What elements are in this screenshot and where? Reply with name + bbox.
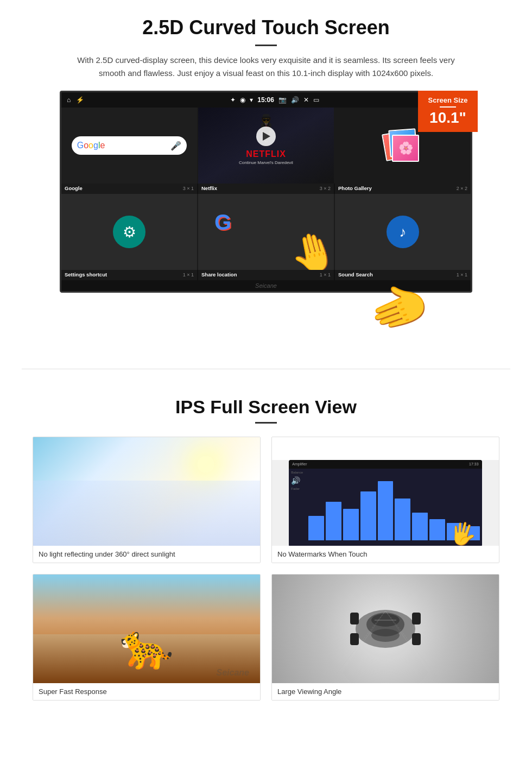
location-icon: ◉ — [240, 96, 245, 104]
cheetah-icon: 🐆 — [119, 621, 174, 672]
google-search-bar[interactable]: Google 🎤 — [72, 136, 187, 155]
car-caption: Large Viewing Angle — [272, 683, 499, 700]
screen-size-badge: Screen Size 10.1" — [418, 91, 478, 132]
photo-size: 2 × 2 — [457, 186, 467, 191]
play-triangle-icon — [263, 132, 270, 141]
cheetah-visual: 🐆 Seicane — [33, 575, 260, 683]
eq-bar-1 — [308, 516, 324, 540]
amp-status-bar: Amplifier 17:33 — [289, 460, 482, 469]
amplifier-visual: Amplifier 17:33 Balance 🔊 Fader — [272, 460, 499, 546]
home-icon: ⌂ — [67, 96, 71, 104]
cheetah-image: 🐆 Seicane — [33, 575, 260, 683]
netflix-content: NETFLIX Continue Marvel's Daredevil — [239, 127, 293, 165]
sunlight-visual — [33, 437, 260, 546]
wifi-icon: ▾ — [250, 96, 253, 104]
section-divider-hr — [22, 369, 510, 369]
share-size: 1 × 1 — [320, 272, 331, 277]
title-divider — [255, 45, 277, 46]
status-center-icons: ✦ ◉ ▾ 15:06 📷 🔊 ✕ ▭ — [230, 96, 319, 104]
image-grid: No light reflecting under 360° direct su… — [33, 437, 499, 701]
amp-title: Amplifier — [292, 462, 307, 466]
close-icon: ✕ — [303, 96, 309, 104]
section-ips: IPS Full Screen View No light reflecting… — [0, 386, 532, 717]
google-app-name: Google — [65, 185, 83, 191]
usb-icon: ⚡ — [76, 96, 84, 104]
amp-screen: Amplifier 17:33 Balance 🔊 Fader — [289, 460, 482, 546]
netflix-label: Netflix 3 × 2 — [198, 184, 334, 194]
music-note-icon: ♪ — [400, 224, 407, 241]
netflix-app-cell[interactable]: 🕴 NETFLIX Continue Marvel's Daredevil — [198, 108, 334, 184]
eq-bar-3 — [343, 509, 359, 540]
eq-bar-2 — [326, 502, 341, 540]
maps-app-cell[interactable]: G 🤚 — [198, 194, 334, 270]
volume-icon: 🔊 — [291, 96, 299, 104]
maps-g-icon: G — [214, 210, 231, 234]
seicane-watermark: Seicane — [217, 668, 249, 678]
amplifier-card: Amplifier 17:33 Balance 🔊 Fader — [271, 437, 499, 563]
sound-app-name: Sound Search — [338, 272, 373, 277]
app-labels-row2: Settings shortcut 1 × 1 Share location 1… — [61, 270, 471, 280]
camera-icon: 📷 — [278, 96, 287, 104]
settings-app-cell[interactable]: ⚙ — [61, 194, 197, 270]
android-screen: ⌂ ⚡ ✦ ◉ ▾ 15:06 📷 🔊 ✕ ▭ — [60, 91, 472, 293]
section2-divider — [255, 422, 277, 424]
netflix-app-name: Netflix — [201, 185, 217, 191]
eq-bar-6 — [395, 499, 410, 540]
settings-label: Settings shortcut 1 × 1 — [61, 270, 197, 280]
cheetah-caption: Super Fast Response — [33, 683, 260, 700]
badge-size: 10.1" — [429, 109, 466, 126]
hand-touch-icon: 🤚 — [284, 225, 334, 270]
app-grid-row2: ⚙ G 🤚 ♪ — [61, 194, 471, 270]
google-label: Google 3 × 1 — [61, 184, 197, 194]
settings-icon-circle: ⚙ — [113, 216, 145, 248]
car-visual — [272, 575, 499, 683]
screen-mockup-wrapper: Screen Size 10.1" ⌂ ⚡ ✦ ◉ ▾ 15:06 📷 🔊 ✕ — [60, 91, 472, 293]
amp-hand-icon: 🖐 — [447, 519, 478, 546]
settings-gear-icon: ⚙ — [123, 223, 136, 241]
sound-search-cell[interactable]: ♪ — [335, 194, 471, 270]
window-icon: ▭ — [313, 96, 319, 104]
google-app-cell[interactable]: Google 🎤 — [61, 108, 197, 184]
settings-size: 1 × 1 — [183, 272, 194, 277]
sunlight-image — [33, 437, 260, 546]
amp-time: 17:33 — [469, 462, 479, 466]
flower-icon: 🌸 — [398, 141, 413, 155]
amp-speaker-icon: 🔊 — [291, 476, 306, 485]
car-svg — [337, 596, 434, 661]
settings-app-name: Settings shortcut — [65, 272, 107, 277]
sunlight-caption: No light reflecting under 360° direct su… — [33, 546, 260, 563]
app-labels-row1: Google 3 × 1 Netflix 3 × 2 Photo Gallery… — [61, 184, 471, 194]
netflix-subtitle: Continue Marvel's Daredevil — [239, 160, 293, 165]
google-mic-icon[interactable]: 🎤 — [170, 141, 181, 151]
amplifier-caption: No Watermarks When Touch — [272, 546, 499, 563]
photo-app-name: Photo Gallery — [338, 185, 372, 191]
eq-bar-7 — [412, 513, 428, 540]
eq-bar-4 — [360, 491, 376, 540]
car-top-view-wrapper — [337, 596, 434, 661]
sun-core — [198, 456, 214, 472]
status-left-icons: ⌂ ⚡ — [67, 96, 84, 104]
svg-rect-6 — [350, 633, 359, 645]
svg-rect-4 — [350, 613, 359, 624]
badge-title: Screen Size — [427, 96, 469, 104]
section-curved-touch: 2.5D Curved Touch Screen With 2.5D curve… — [0, 0, 532, 304]
svg-rect-7 — [412, 633, 421, 645]
photo-label: Photo Gallery 2 × 2 — [335, 184, 471, 194]
netflix-logo: NETFLIX — [239, 149, 293, 159]
eq-bar-5 — [378, 481, 394, 540]
photo-card-3: 🌸 — [392, 135, 419, 162]
netflix-size: 3 × 2 — [320, 186, 331, 191]
share-app-name: Share location — [201, 272, 237, 277]
amp-sidebar: Balance 🔊 Fader — [291, 471, 306, 545]
music-icon-circle: ♪ — [387, 216, 419, 248]
screen-watermark: Seicane — [61, 280, 471, 291]
play-button[interactable] — [256, 127, 276, 146]
watermark-text: Seicane — [255, 282, 277, 289]
section1-title: 2.5D Curved Touch Screen — [33, 16, 499, 39]
badge-divider — [440, 106, 456, 108]
section2-title: IPS Full Screen View — [33, 396, 499, 418]
app-grid-row1: Google 🎤 🕴 NETFLIX Continue Marvel's — [61, 108, 471, 184]
sunlight-card: No light reflecting under 360° direct su… — [33, 437, 261, 563]
sound-size: 1 × 1 — [457, 272, 467, 277]
cheetah-card: 🐆 Seicane Super Fast Response — [33, 574, 261, 701]
